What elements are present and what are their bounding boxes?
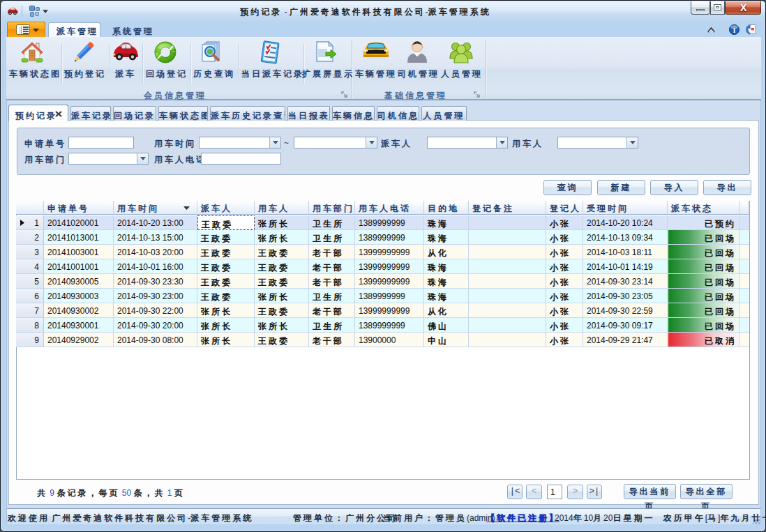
svg-text:i: i [733,26,735,34]
